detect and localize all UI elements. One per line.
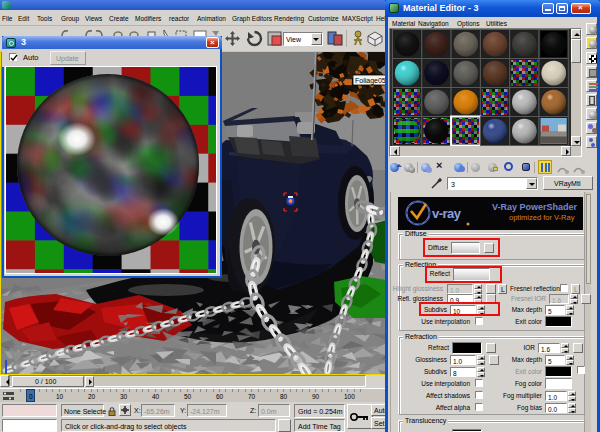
- svg-text:V-Ray PowerShader: V-Ray PowerShader: [492, 202, 578, 212]
- svg-text:optimized for V-Ray: optimized for V-Ray: [509, 213, 575, 222]
- svg-text:v-ray: v-ray: [432, 206, 462, 221]
- svg-text:Foliage05: Foliage05: [355, 77, 385, 85]
